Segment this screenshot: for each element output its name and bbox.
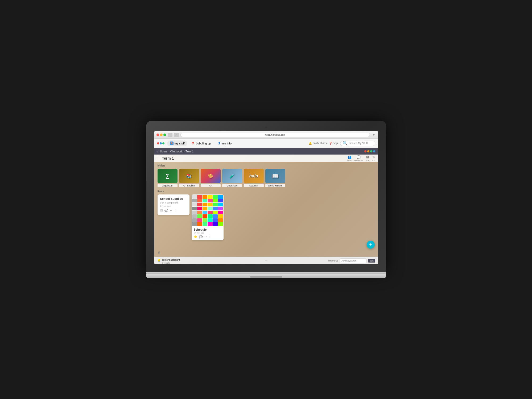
color-dot-red [364,150,366,152]
folder-chemistry-name: Chemistry [222,184,242,187]
address-bar[interactable]: mystuff.bublup.com [180,133,370,137]
help-button[interactable]: ❓ help [329,142,338,145]
view-button[interactable]: ⊞ view [366,155,369,161]
invite-icon: 👥 [348,155,352,159]
nav-tabs: 🏠 my stuff ⭕ bubbling up 👤 my info [167,140,234,146]
toolbar-right: 👥 invite 💬 comments ⊞ view ⇅ [347,155,375,161]
schedule-cell [218,218,223,222]
search-input[interactable] [349,142,373,145]
schedule-cell [208,207,213,210]
schedule-star-button[interactable]: ⭐ [194,235,197,239]
breadcrumb-home[interactable]: Home [160,150,167,153]
schedule-cell [203,211,208,214]
minimize-button[interactable] [160,134,163,136]
url-text: mystuff.bublup.com [265,134,286,136]
schedule-cell [213,207,218,210]
schedule-more-button[interactable]: ⋮ [208,235,211,239]
schedule-cell [192,214,197,218]
schedule-cell [203,195,208,199]
keywords-input[interactable] [340,258,366,263]
breadcrumb-sep-2: › [184,150,184,153]
algebra-visual: ∑ [166,173,169,179]
view-label: view [366,159,369,161]
items-grid: School Supplies 0 of 7 completed 14 min … [158,194,375,240]
breadcrumb-classwork[interactable]: Classwork [170,150,183,153]
fab-add-button[interactable]: + [367,241,375,249]
schedule-cell [213,195,218,199]
breadcrumb-term1[interactable]: Term 1 [185,150,194,153]
schedule-cell [208,211,213,214]
school-supplies-comment-button[interactable]: 💬 [164,209,168,212]
keywords-label: keywords [328,259,338,262]
tab-bubbling-up[interactable]: ⭕ bubbling up [188,140,214,146]
chevron-up-button[interactable]: ⌃ [265,259,267,263]
school-supplies-more-button[interactable]: ⋮ [174,209,177,212]
folder-ap-english[interactable]: 📚 AP English [179,169,199,187]
schedule-cell [218,222,223,226]
app-header: 🏠 my stuff ⭕ bubbling up 👤 my info [154,139,378,148]
browser-toolbar: ‹ › mystuff.bublup.com ↻ [154,131,378,139]
breadcrumb-color-dots [364,150,375,152]
school-supplies-card[interactable]: School Supplies 0 of 7 completed 14 min … [158,194,189,215]
school-supplies-subtitle: 0 of 7 completed [160,201,187,204]
schedule-cell [192,211,197,214]
folder-spanish[interactable]: hola Spanish [244,169,264,187]
notifications-button[interactable]: 🔔 notifications [309,142,327,145]
schedule-cell [208,203,213,206]
browser-nav [156,134,166,136]
schedule-share-button[interactable]: ↩ [204,235,207,239]
screen: ‹ › mystuff.bublup.com ↻ [154,131,378,264]
invite-button[interactable]: 👥 invite [347,155,352,161]
laptop-container: ‹ › mystuff.bublup.com ↻ [146,121,386,278]
schedule-cell [218,214,223,218]
schedule-actions: ⭐ 💬 ↩ ⋮ [194,235,221,239]
bottom-bar: 💡 content assistant 0 results ⌃ keywords… [154,257,378,264]
breadcrumb: ‹ Home › Classwork › Term 1 [154,148,378,155]
schedule-cell [197,195,202,199]
breadcrumb-back-button[interactable]: ‹ [157,149,158,153]
schedule-cell [208,199,213,203]
chemistry-visual: 🧪 [229,173,235,178]
schedule-cell [203,222,208,226]
schedule-cell [192,222,197,226]
delete-icon[interactable]: 🗑 [158,251,161,255]
logo-dot-blue [160,142,162,144]
folder-chemistry[interactable]: 🧪 Chemistry [222,169,242,187]
school-supplies-title: School Supplies [160,197,187,200]
schedule-cell [208,214,213,218]
back-button[interactable]: ‹ [168,133,172,137]
close-button[interactable] [156,134,159,136]
folders-label: folders [158,164,375,167]
school-supplies-share-button[interactable]: ↩ [170,209,172,212]
maximize-button[interactable] [163,134,166,136]
menu-icon[interactable]: ☰ [157,156,160,160]
forward-button[interactable]: › [174,133,179,137]
schedule-cell [203,203,208,206]
sort-button[interactable]: ⇅ sort [372,155,375,161]
schedule-cell [192,218,197,222]
schedule-cell [208,218,213,222]
browser-chrome: ‹ › mystuff.bublup.com ↻ [154,131,378,139]
search-box[interactable]: 🔍 [340,141,375,146]
schedule-preview [192,194,224,226]
bottom-bar-center: ⌃ [265,258,267,263]
folder-art[interactable]: 🎨 Art [201,169,221,187]
color-dot-green [370,150,372,152]
schedule-card[interactable]: Schedule 14 min ago ⭐ 💬 ↩ ⋮ [192,194,224,240]
schedule-cell [213,203,218,206]
bell-icon: 🔔 [309,142,312,145]
schedule-cell [213,211,218,214]
edit-button[interactable]: edit [368,259,375,263]
schedule-comment-button[interactable]: 💬 [199,235,203,239]
content-area: folders ∑ Algebra II 📚 [154,162,378,257]
school-supplies-check-button[interactable]: ☑ [160,209,163,212]
tab-my-stuff[interactable]: 🏠 my stuff [167,140,187,146]
tab-my-info[interactable]: 👤 my info [215,140,234,146]
content-assistant-results: 0 results [162,262,180,264]
comments-button[interactable]: 💬 comments [354,155,363,161]
schedule-info: Schedule 14 min ago ⭐ 💬 ↩ ⋮ [192,226,224,240]
folder-algebra[interactable]: ∑ Algebra II [158,169,178,187]
school-supplies-time: 14 min ago [160,205,187,207]
folder-world-history[interactable]: 📖 World History [265,169,285,187]
refresh-button[interactable]: ↻ [372,133,376,137]
